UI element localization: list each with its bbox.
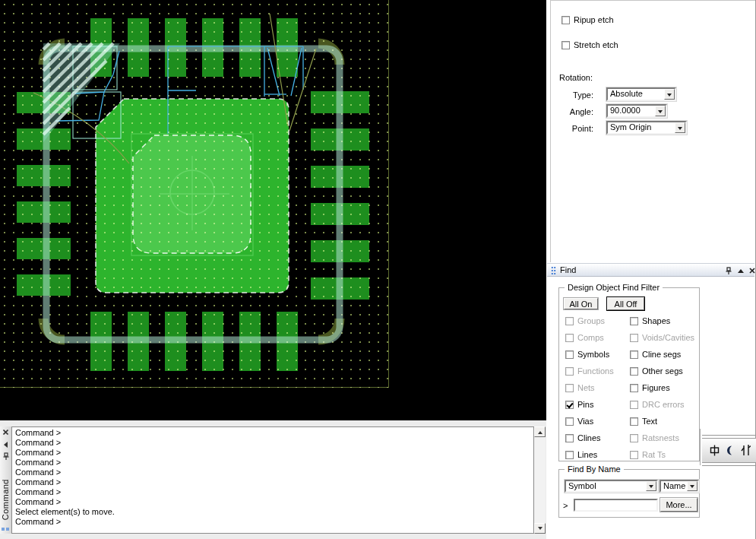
scroll-up-icon[interactable]	[534, 426, 546, 437]
find-by-mode-value: Name	[663, 481, 685, 490]
drag-gripper-icon[interactable]	[551, 266, 556, 274]
filter-voids-cavities-checkbox[interactable]: Voids/Cavities	[630, 332, 694, 343]
footprint-overlay	[0, 0, 546, 420]
find-filter-group-label: Design Object Find Filter	[565, 283, 663, 292]
checkbox-box	[561, 41, 570, 49]
find-by-mode-select[interactable]: Name	[660, 480, 699, 493]
type-select[interactable]: Absolute	[606, 87, 676, 101]
filter-vias-checkbox[interactable]: Vias	[565, 416, 593, 426]
chevron-down-icon[interactable]	[646, 481, 656, 491]
console-collapse-icon[interactable]	[2, 440, 10, 449]
find-titlebar[interactable]: Find	[547, 263, 754, 277]
checkbox-box	[630, 367, 638, 376]
filter-groups-checkbox[interactable]: Groups	[565, 315, 605, 326]
checkbox-label: Rat Ts	[642, 450, 666, 459]
console-toolbar: Command	[0, 426, 11, 534]
filter-cline-segs-checkbox[interactable]: Cline segs	[630, 349, 681, 360]
find-by-category-select[interactable]: Symbol	[565, 480, 658, 493]
command-console: Command Command > Command > Command > Co…	[0, 420, 546, 539]
chevron-down-icon[interactable]	[687, 481, 697, 491]
options-pane: Ripup etch Stretch etch Rotation: Type: …	[550, 0, 755, 262]
checkbox-label: Cline segs	[642, 350, 681, 359]
filter-other-segs-checkbox[interactable]: Other segs	[630, 366, 683, 376]
ime-halfwidth-moon-icon[interactable]	[725, 445, 735, 456]
find-by-category-value: Symbol	[568, 481, 644, 490]
filter-symbols-checkbox[interactable]: Symbols	[565, 349, 609, 360]
checkbox-label: Comps	[577, 333, 604, 342]
console-output[interactable]: Command > Command > Command > Command > …	[11, 426, 534, 534]
pin-icon[interactable]	[723, 266, 733, 275]
filter-ratsnests-checkbox[interactable]: Ratsnests	[630, 433, 679, 443]
console-tab-label[interactable]: Command	[1, 479, 10, 520]
all-on-button[interactable]: All On	[564, 298, 598, 309]
allegro-window: Command Command > Command > Command > Co…	[0, 0, 756, 539]
filter-clines-checkbox[interactable]: Clines	[565, 433, 601, 443]
filter-drc-errors-checkbox[interactable]: DRC errors	[630, 399, 685, 410]
checkbox-box	[565, 417, 574, 426]
design-canvas[interactable]	[0, 0, 546, 420]
chevron-down-icon[interactable]	[675, 122, 685, 133]
console-close-icon[interactable]	[2, 428, 10, 436]
checkbox-label: Pins	[577, 400, 593, 409]
checkbox-box	[565, 451, 574, 459]
checkbox-box	[565, 434, 574, 442]
checkbox-label: Ripup etch	[574, 15, 614, 24]
ime-punctuation-icon[interactable]	[741, 445, 751, 456]
filter-figures-checkbox[interactable]: Figures	[630, 382, 670, 393]
filter-functions-checkbox[interactable]: Functions	[565, 366, 614, 376]
checkbox-box	[630, 451, 638, 459]
ime-chinese-mode-icon[interactable]	[710, 445, 720, 456]
ime-language-bar[interactable]	[702, 435, 756, 466]
ime-bar-body	[702, 438, 756, 463]
chevron-down-icon[interactable]	[655, 106, 666, 116]
find-filter-group: Design Object Find Filter All On All Off…	[558, 287, 700, 461]
close-icon[interactable]	[747, 266, 756, 275]
checkbox-label: Shapes	[642, 316, 670, 325]
scroll-down-icon[interactable]	[534, 523, 546, 534]
chevron-down-icon[interactable]	[664, 89, 675, 100]
filter-comps-checkbox[interactable]: Comps	[565, 332, 604, 343]
more-button[interactable]: More...	[660, 498, 697, 512]
checkbox-box	[565, 384, 574, 392]
checkbox-box	[565, 367, 574, 376]
filter-pins-checkbox[interactable]: Pins	[565, 399, 593, 410]
all-off-button[interactable]: All Off	[607, 297, 644, 310]
checkbox-label: Vias	[577, 417, 593, 426]
checkbox-label: Other segs	[642, 366, 683, 376]
checkbox-label: Lines	[577, 450, 597, 459]
filter-nets-checkbox[interactable]: Nets	[565, 382, 595, 393]
checkbox-box	[565, 350, 574, 359]
checkbox-label: Clines	[577, 433, 601, 442]
filter-shapes-checkbox[interactable]: Shapes	[630, 315, 670, 326]
checkbox-label: Figures	[642, 383, 670, 392]
filter-text-checkbox[interactable]: Text	[630, 416, 657, 426]
type-label: Type:	[551, 90, 593, 100]
checkbox-box	[565, 334, 574, 342]
checkbox-label: Stretch etch	[574, 40, 618, 49]
checkbox-box	[630, 401, 638, 409]
checkbox-box	[630, 417, 638, 426]
console-tab-dots-icon	[2, 528, 9, 531]
checkbox-box	[565, 317, 574, 325]
checkbox-label: Ratsnests	[642, 433, 679, 442]
checkbox-label: Functions	[577, 366, 614, 376]
point-select[interactable]: Sym Origin	[606, 121, 687, 135]
checkbox-label: Voids/Cavities	[642, 333, 694, 342]
point-value: Sym Origin	[610, 122, 673, 132]
find-by-name-group-label: Find By Name	[565, 464, 624, 474]
checkbox-box	[630, 350, 638, 359]
collapse-icon[interactable]	[735, 266, 745, 275]
checkbox-label: DRC errors	[642, 400, 685, 409]
filter-rat-ts-checkbox[interactable]: Rat Ts	[630, 449, 666, 460]
stretch-etch-checkbox[interactable]: Stretch etch	[561, 40, 618, 50]
checkbox-box	[630, 334, 638, 342]
ime-bar-edge	[700, 429, 701, 465]
checkbox-box	[630, 434, 638, 442]
console-scrollbar[interactable]	[534, 426, 546, 534]
checkbox-box	[565, 401, 574, 409]
filter-lines-checkbox[interactable]: Lines	[565, 449, 597, 460]
console-pin-icon[interactable]	[2, 452, 10, 461]
ripup-etch-checkbox[interactable]: Ripup etch	[561, 14, 614, 25]
find-name-input[interactable]	[574, 499, 658, 512]
angle-select[interactable]: 90.0000	[606, 104, 667, 118]
